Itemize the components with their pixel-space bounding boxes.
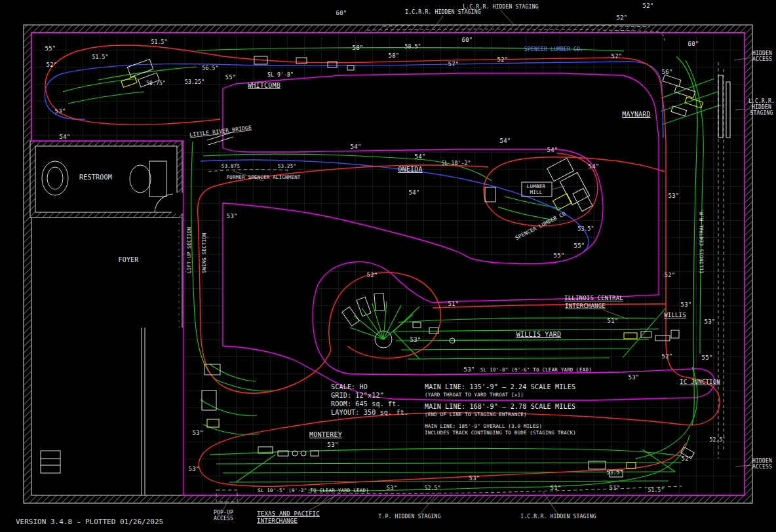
restroom-door-gap [172,193,184,214]
label-dim-52-t3: 52" [497,56,509,63]
label-stat-scale: SCALE: HO [331,383,368,390]
label-dim-60-tr: 60" [688,41,699,47]
label-dim-60-top: 60" [336,10,347,16]
plan-canvas: 60"I.C.R.R. HIDDEN STAGINGL.C.R.R. HIDDE… [0,0,776,532]
label-dim-54-o4: 54" [500,138,511,144]
label-dim-53-rc3: 53" [705,318,716,325]
label-dim-60-t2: 60" [462,37,473,43]
label-dim-525-b: 52.5" [424,485,440,491]
label-stat-grid: GRID: 12"x12" [331,392,384,399]
foyer-panel [41,451,60,473]
label-lcrr-right-1: L.C.R.R. [748,98,775,104]
label-whitcomb: WHITCOMB [248,82,281,89]
label-dim-54-o6: 54" [589,163,600,170]
label-dim-52-rc2: 52" [662,353,673,360]
label-pop-up-1: POP-UP [214,510,233,516]
label-dim-54-o1: 54" [351,143,362,150]
label-stat-mainline-2b: (END OF LINE TO STAGING ENTRANCE) [425,411,527,417]
label-swing-section: SWING SECTION [201,233,207,273]
label-dim-53-w1: 53" [410,337,421,343]
label-illinois-central-1: ILLINOIS CENTRAL [564,295,623,301]
label-dim-54-o5: 54" [547,147,558,153]
label-dim-52-w: 52" [367,272,378,278]
benchwork-layer [31,33,745,502]
sink-basin [47,167,63,189]
label-spencer-lumber-co-top: SPENCER LUMBER CO. [524,47,583,52]
sink-fixture [42,161,68,195]
label-dim-55-m2: 55" [554,252,565,259]
label-dim-515-tl1: 51.5" [92,54,108,60]
label-dim-54-o3: 54" [409,189,420,196]
label-dim-52-tr1: 52" [643,3,654,9]
label-dim-55-t2: 55" [225,74,237,81]
label-dim-58-t1: 58" [353,45,364,51]
label-dim-51-w1: 51" [448,301,459,307]
label-stat-mainline-3b: INCLUDES TRACK CONTINUING TO BUDE (STAGI… [425,430,576,436]
label-dim-53-l: 53" [55,108,66,115]
label-dim-55-m1: 55" [574,242,585,249]
label-dim-53-rc2: 53" [681,301,692,308]
label-sl-10-5: SL 10'-5" (9'-2" TO CLEAR YARD LEAD) [258,487,369,493]
label-icrr-hidden-staging-top: I.C.R.R. HIDDEN STAGING [405,9,480,15]
label-dim-535-m: 53.5" [577,226,594,232]
label-tp-interchange-1: TEXAS AND PACIFIC [257,510,320,517]
label-lumber-mill-1: LUMBER [527,183,546,189]
label-sl-9-8: SL 9'-8" [267,72,294,78]
label-lcrr-right-2: HIDDEN [752,104,771,110]
label-stat-mainline-3: MAIN LINE: 185'-9" OVERALL (3.0 MILES) [425,423,542,429]
label-hidden-access-br-2: ACCESS [752,464,772,470]
label-tp-hidden-staging: T.P. HIDDEN STAGING [378,514,440,520]
label-dim-53-b3: 53" [189,466,200,472]
label-dim-53-b1: 53" [328,442,339,448]
label-dim-5325-t: 53.25" [185,79,204,85]
label-dim-525-icj: 52.5' [709,437,726,443]
label-lift-up-section: LIFT-UP SECTION [186,227,192,274]
label-dim-53-b2: 53" [193,430,204,436]
label-dim-565: 56.5" [202,66,218,71]
label-dim-53875: 53.875 [222,163,240,169]
label-tp-interchange-2: INTERCHANGE [257,518,298,524]
label-illinois-central-2: INTERCHANGE [565,303,606,309]
label-hidden-access-top-2: ACCESS [752,56,772,62]
label-stat-mainline-1: MAIN LINE: 135'-9" — 2.24 SCALE MILES [425,383,575,390]
label-dim-56-mr: 56" [662,69,673,75]
label-lcrr-right-3: STAGING [750,110,773,116]
label-dim-54-l: 54" [60,134,71,140]
toilet-bowl [130,165,151,193]
label-dim-52-tr2: 52" [617,14,628,21]
label-willis: WILLIS [664,312,686,318]
label-dim-585: 58.5" [404,44,421,50]
label-dim-51-w2: 51" [608,318,619,324]
label-dim-53-w2: 53" [464,366,475,373]
label-restroom: RESTROOM [79,174,112,181]
label-dim-51-b1: 51" [551,485,562,491]
toilet-tank [149,161,166,197]
label-stat-mainline-1b: (YARD THROAT TO YARD THROAT [x]) [425,392,524,398]
label-dim-57-t1: 57" [448,61,459,67]
label-willis-yard: WILLIS YARD [516,331,561,338]
label-dim-515-tl2: 51.5" [151,39,167,45]
label-illinois-central-rr-vert: ILLINOIS CENTRAL R.R. [699,208,705,273]
label-dim-58-t2: 58" [389,52,400,59]
label-sl-10-8: SL 10'-8" (9'-6" TO CLEAR YARD LEAD) [480,367,592,373]
label-dim-57-t2: 57" [611,53,623,60]
label-dim-55-tl: 55" [45,45,56,52]
label-lcrr-hidden-staging-top: L.C.R.R. HIDDEN STAGING [463,4,538,10]
label-dim-51-b2: 51" [610,485,621,491]
track-plan-drawing: 60"I.C.R.R. HIDDEN STAGINGL.C.R.R. HIDDE… [0,0,776,532]
label-dim-5075: 50.75" [146,81,166,86]
label-sl-10-2: SL 10'-2" [441,161,471,166]
label-dim-52-tl: 52" [47,62,58,68]
leader-lcrr-top [501,10,515,26]
label-dim-52-b: 52" [682,455,693,462]
label-dim-535-b: 53.5" [606,470,623,476]
label-hidden-access-br-1: HIDDEN [752,458,772,464]
label-dim-53-b4: 53" [387,485,398,491]
label-hidden-access-top-1: HIDDEN [752,50,772,56]
label-dim-53-rc1: 53" [669,193,680,199]
label-stat-mainline-2: MAIN LINE: 168'-9" — 2.78 SCALE MILES [425,403,575,410]
label-dim-53-b5: 53" [469,475,480,482]
label-dim-52-rc1: 52" [665,272,676,278]
label-monterey: MONTEREY [309,431,342,438]
label-icrr-hidden-staging-bottom: I.C.R.R. HIDDEN STAGING [520,514,596,520]
